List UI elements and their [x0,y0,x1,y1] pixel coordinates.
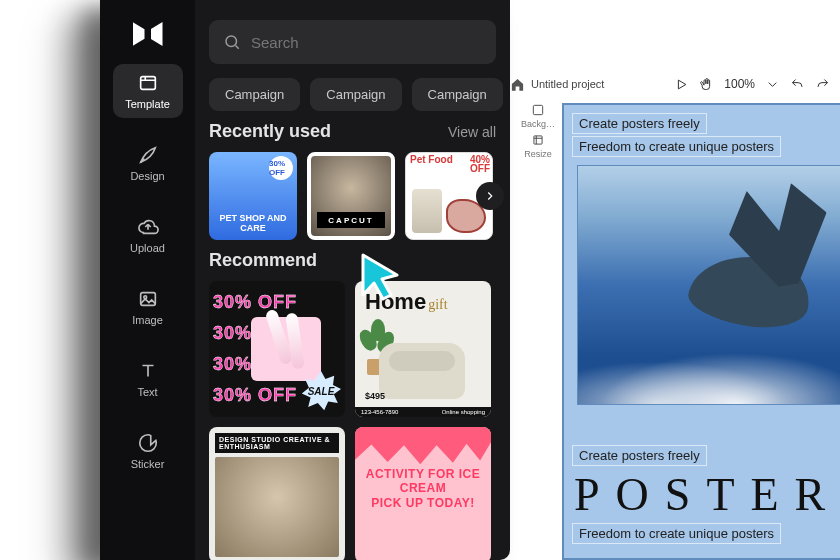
svg-rect-3 [140,293,155,306]
hand-icon[interactable] [699,77,714,92]
recent-thumb-capcut[interactable]: CAPCUT [307,152,395,240]
poster-top-line2[interactable]: Freedom to create unique posters [572,136,781,157]
project-name[interactable]: Untitled project [531,78,604,90]
filter-chips: Campaign Campaign Campaign [209,78,496,111]
svg-rect-0 [533,105,542,114]
rail-text[interactable]: Text [113,352,183,406]
recommend-thumb-sale[interactable]: 30% OFF 30% OFF 30% OFF 30% OFF SALE [209,281,345,417]
resize-tool[interactable]: Resize [523,133,553,159]
chip-campaign-1[interactable]: Campaign [209,78,300,111]
recommend-thumb-home[interactable]: Homegift $495 123-456-7890Online shoppin… [355,281,491,417]
play-icon[interactable] [674,77,689,92]
search-bar[interactable] [209,20,496,64]
poster-image[interactable] [577,165,840,405]
poster-title[interactable]: POSTER [574,468,830,521]
background-icon [531,103,545,117]
svg-rect-2 [140,77,155,90]
recent-next-button[interactable] [476,182,504,210]
zoom-level[interactable]: 100% [724,77,755,91]
chip-campaign-3[interactable]: Campaign [412,78,503,111]
chip-campaign-2[interactable]: Campaign [310,78,401,111]
search-input[interactable] [251,34,482,51]
image-icon [137,288,159,310]
text-icon [137,360,159,382]
rail-sticker[interactable]: Sticker [113,424,183,478]
design-icon [137,144,159,166]
chevron-down-icon[interactable] [765,77,780,92]
background-tool[interactable]: Backg… [523,103,553,129]
home-icon[interactable] [510,77,525,92]
chevron-right-icon [483,189,497,203]
poster-bottom-line2[interactable]: Freedom to create unique posters [572,523,781,544]
app-logo-icon[interactable] [133,22,163,46]
recommend-title: Recommend [209,250,317,271]
svg-point-5 [226,36,237,47]
discount-badge: 30% OFF [269,156,293,180]
panel-main: Campaign Campaign Campaign Recently used… [195,0,510,560]
search-icon [223,33,241,51]
recent-view-all[interactable]: View all [448,124,496,140]
sticker-icon [137,432,159,454]
rail-upload[interactable]: Upload [113,208,183,262]
svg-rect-1 [534,136,542,144]
recommend-thumb-icecream[interactable]: ACTIVITY FOR ICE CREAMPICK UP TODAY! [355,427,491,560]
section-recent: Recently used View all 30% OFF PET SHOP … [209,121,496,240]
canvas-side-tools: Backg… Resize [523,103,553,159]
redo-icon[interactable] [815,77,830,92]
side-rail: Template Design Upload Image Text Sticke… [100,0,195,560]
template-icon [137,72,159,94]
recent-thumb-petshop[interactable]: 30% OFF PET SHOP AND CARE [209,152,297,240]
poster-bottom-line1[interactable]: Create posters freely [572,445,707,466]
upload-icon [137,216,159,238]
undo-icon[interactable] [790,77,805,92]
canvas-topbar: Untitled project 100% [510,72,830,96]
rail-design[interactable]: Design [113,136,183,190]
resize-icon [531,133,545,147]
template-panel: Template Design Upload Image Text Sticke… [100,0,510,560]
rail-template[interactable]: Template [113,64,183,118]
recent-title: Recently used [209,121,331,142]
section-recommend: Recommend 30% OFF 30% OFF 30% OFF 30% OF… [209,250,496,560]
recommend-thumb-studio[interactable]: DESIGN STUDIO CREATIVE & ENTHUSIASM [209,427,345,560]
poster-top-line1[interactable]: Create posters freely [572,113,707,134]
poster-canvas[interactable]: Create posters freely Freedom to create … [562,103,840,560]
rail-image[interactable]: Image [113,280,183,334]
